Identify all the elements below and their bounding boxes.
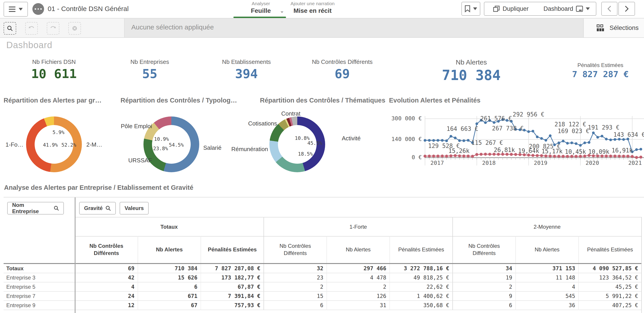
prev-sheet-button[interactable] (601, 2, 618, 16)
table-cell[interactable]: 297 466 (326, 264, 390, 273)
table-cell[interactable]: 15 (264, 292, 326, 301)
data-point[interactable] (544, 154, 547, 158)
table-cell[interactable]: 2 (326, 282, 390, 292)
table-cell[interactable]: 4 (75, 282, 138, 292)
table-cell[interactable]: 350,68 € (390, 301, 452, 310)
selections-search-button[interactable] (4, 22, 16, 35)
data-point[interactable] (450, 154, 452, 158)
data-point[interactable] (635, 156, 638, 159)
row-label[interactable]: Totaux (4, 264, 75, 273)
app-icon[interactable] (32, 3, 44, 15)
data-point[interactable] (570, 155, 573, 158)
column-group-header[interactable]: Totaux (75, 218, 264, 236)
data-point[interactable] (467, 139, 470, 142)
data-point[interactable] (484, 153, 487, 156)
row-dimension-button[interactable]: Nom Entreprise (7, 202, 64, 214)
data-point[interactable] (626, 155, 630, 158)
data-point[interactable] (424, 155, 426, 158)
data-point[interactable] (579, 144, 582, 146)
table-cell[interactable]: 7 391,84 € (200, 292, 264, 301)
table-cell[interactable]: 12 (75, 301, 138, 310)
data-point[interactable] (618, 138, 620, 140)
data-point[interactable] (605, 138, 608, 140)
column-header[interactable]: Nb Alertes (326, 236, 390, 263)
table-cell[interactable]: 19 (452, 273, 516, 282)
data-point[interactable] (514, 153, 517, 156)
tab-storytelling[interactable]: Ajouter une narration Mise en récit (276, 1, 348, 14)
line-chart-canvas[interactable] (387, 108, 644, 176)
kpi-card[interactable]: Nb Entreprises55 (98, 58, 202, 81)
data-point[interactable] (436, 155, 440, 158)
data-point[interactable] (640, 148, 642, 151)
table-cell[interactable]: 2 (264, 282, 326, 292)
data-point[interactable] (480, 153, 482, 156)
column-header[interactable]: Nb Alertes (516, 236, 578, 263)
data-point[interactable] (475, 153, 478, 156)
selections-toggle[interactable]: Sélections (583, 18, 644, 37)
column-group-header[interactable]: 2-Moyenne (452, 218, 641, 236)
table-cell[interactable]: 6 (452, 301, 516, 310)
data-point[interactable] (445, 155, 448, 158)
data-point[interactable] (622, 155, 625, 158)
table-cell[interactable]: 407,25 € (578, 301, 641, 310)
duplicate-button[interactable]: Dupliquer (484, 2, 538, 16)
data-point[interactable] (609, 138, 612, 141)
data-point[interactable] (631, 155, 634, 158)
data-point[interactable] (428, 154, 431, 158)
table-cell[interactable]: 32 (264, 264, 326, 273)
column-header[interactable]: Pénalités Estimées (200, 236, 264, 263)
data-point[interactable] (549, 154, 552, 158)
kpi-card[interactable]: Pénalités Estimées7 827 287 € (549, 62, 644, 79)
data-point[interactable] (596, 136, 599, 138)
data-point[interactable] (592, 132, 595, 134)
sheet-selector-button[interactable]: Dashboard (538, 2, 596, 16)
table-cell[interactable]: 757,93 € (200, 301, 264, 310)
table-cell[interactable]: 24 (75, 292, 138, 301)
data-point[interactable] (424, 139, 426, 142)
line-chart-evolution[interactable]: 0 €140 000 €300 000 €2017201820192020202… (387, 108, 644, 176)
data-point[interactable] (614, 155, 616, 158)
column-dimension-button[interactable]: Gravité (79, 202, 116, 214)
next-sheet-button[interactable] (618, 2, 635, 16)
table-cell[interactable]: 710 384 (138, 264, 200, 273)
data-point[interactable] (544, 139, 547, 142)
column-header[interactable]: Nb Contrôles Différents (75, 236, 138, 263)
table-cell[interactable]: 67,87 € (200, 282, 264, 292)
data-point[interactable] (609, 154, 612, 158)
values-button[interactable]: Valeurs (120, 202, 149, 214)
data-point[interactable] (445, 140, 448, 142)
data-point[interactable] (458, 154, 461, 158)
data-point[interactable] (475, 122, 478, 125)
column-header[interactable]: Pénalités Estimées (578, 236, 641, 263)
data-point[interactable] (437, 139, 440, 142)
column-header[interactable]: Nb Contrôles Différents (452, 236, 516, 263)
table-cell[interactable]: 49 818,25 € (390, 273, 452, 282)
bookmark-button[interactable] (462, 2, 480, 16)
table-cell[interactable]: 9 (452, 292, 516, 301)
table-cell[interactable]: 173 182,77 € (200, 273, 264, 282)
data-point[interactable] (441, 154, 444, 158)
table-cell[interactable]: 7 827 287,08 € (200, 264, 264, 273)
undo-selection-button[interactable] (25, 22, 38, 35)
table-cell[interactable]: 4 (516, 282, 578, 292)
clear-selections-button[interactable] (68, 22, 81, 35)
data-point[interactable] (432, 139, 435, 142)
data-point[interactable] (462, 140, 465, 142)
data-point[interactable] (536, 136, 538, 138)
data-point[interactable] (454, 136, 456, 139)
data-point[interactable] (575, 142, 578, 145)
table-cell[interactable]: 6 (264, 301, 326, 310)
data-point[interactable] (462, 154, 465, 158)
kpi-card[interactable]: Nb Contrôles Différents69 (290, 58, 394, 81)
data-point[interactable] (566, 142, 569, 144)
table-cell[interactable]: 126 (326, 292, 390, 301)
column-header[interactable]: Nb Contrôles Différents (264, 236, 326, 263)
table-cell[interactable]: 4 478 (326, 273, 390, 282)
column-header[interactable]: Pénalités Estimées (390, 236, 452, 263)
table-cell[interactable]: 23 (264, 273, 326, 282)
table-cell[interactable]: 5 991,22 € (578, 292, 641, 301)
table-cell[interactable]: 1 400,62 € (390, 292, 452, 301)
row-label[interactable]: Entreprise 5 (4, 282, 75, 292)
table-cell[interactable]: 123 364,52 € (578, 273, 641, 282)
data-point[interactable] (562, 155, 564, 158)
